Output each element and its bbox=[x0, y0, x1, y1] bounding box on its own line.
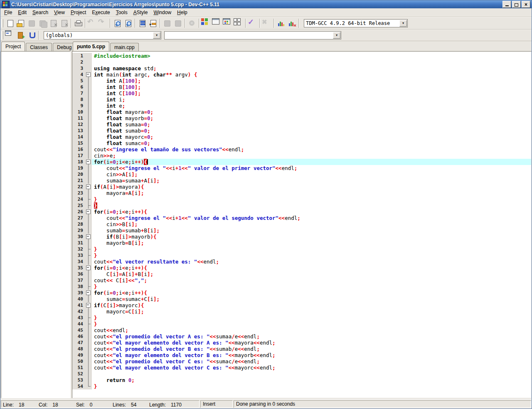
code-text[interactable]: mayora=A[i]; bbox=[92, 190, 531, 196]
code-text[interactable]: float sumac=0; bbox=[92, 140, 531, 146]
code-line-32[interactable]: 32} bbox=[72, 246, 531, 252]
code-text[interactable]: int e; bbox=[92, 103, 531, 109]
code-text[interactable]: int main(int argc, char** argv) { bbox=[92, 71, 531, 78]
code-line-12[interactable]: 12 float sumaa=0; bbox=[72, 121, 531, 128]
code-text[interactable]: C[i]=A[i]+B[i]; bbox=[92, 271, 531, 277]
code-text[interactable]: for(i=0;i<e;i++){ bbox=[92, 290, 531, 296]
code-text[interactable]: int C[100]; bbox=[92, 90, 531, 96]
code-text[interactable]: return 0; bbox=[92, 377, 531, 383]
code-text[interactable]: mayorc=C[i]; bbox=[92, 308, 531, 315]
members-select[interactable]: ▼ bbox=[164, 31, 341, 39]
code-line-23[interactable]: 23 mayora=A[i]; bbox=[72, 190, 531, 196]
code-line-10[interactable]: 10 float mayora=0; bbox=[72, 109, 531, 115]
code-text[interactable]: if(A[i]>mayora){ bbox=[92, 184, 531, 190]
code-line-31[interactable]: 31 mayorb=B[i]; bbox=[72, 240, 531, 246]
code-text[interactable]: } bbox=[92, 315, 531, 321]
compiler-select[interactable]: TDM-GCC 4.9.2 64-bit Release ▼ bbox=[304, 19, 408, 27]
code-text[interactable]: sumab=sumab+B[i]; bbox=[92, 227, 531, 234]
menu-astyle[interactable]: AStyle bbox=[131, 9, 151, 16]
code-text[interactable]: for(i=0;i<e;i++){ bbox=[92, 265, 531, 271]
code-line-51[interactable]: 51cout<<"el mayor elemento del vector C … bbox=[72, 365, 531, 371]
code-text[interactable]: cout<<"el mayor elemento del vector C es… bbox=[92, 365, 531, 371]
toggle-bookmark-button[interactable]: + bbox=[15, 30, 26, 40]
code-line-54[interactable]: 54} bbox=[72, 383, 531, 389]
code-line-41[interactable]: 41if(C[i]>mayorc){ bbox=[72, 302, 531, 308]
code-text[interactable] bbox=[92, 371, 531, 377]
menu-help[interactable]: Help bbox=[174, 9, 190, 16]
code-text[interactable]: cout<<"el promedio del vector B es: "<<s… bbox=[92, 346, 531, 352]
minimize-button[interactable] bbox=[502, 1, 511, 8]
fold-toggle-icon[interactable] bbox=[85, 302, 92, 308]
code-line-9[interactable]: 9 int e; bbox=[72, 103, 531, 109]
code-text[interactable]: #include<iostream> bbox=[92, 53, 531, 59]
find-button[interactable] bbox=[112, 18, 123, 28]
code-line-22[interactable]: 22if(A[i]>mayora){ bbox=[72, 184, 531, 190]
code-line-24[interactable]: 24} bbox=[72, 196, 531, 202]
compile-button[interactable] bbox=[201, 18, 212, 28]
code-line-33[interactable]: 33} bbox=[72, 252, 531, 259]
goto-line-button[interactable]: ▸ bbox=[148, 18, 158, 28]
code-line-40[interactable]: 40 sumac=sumac+C[i]; bbox=[72, 296, 531, 302]
menu-search[interactable]: Search bbox=[30, 9, 51, 16]
fold-toggle-icon[interactable] bbox=[85, 184, 92, 190]
insert-button[interactable] bbox=[5, 30, 15, 40]
run-button[interactable] bbox=[212, 18, 222, 28]
code-text[interactable]: cout<< C[i]<<","; bbox=[92, 277, 531, 283]
chevron-down-icon[interactable]: ▼ bbox=[333, 32, 340, 39]
code-line-35[interactable]: 35for(i=0;i<e;i++){ bbox=[72, 265, 531, 271]
code-text[interactable]: cout<<"el mayor elemento del vector A es… bbox=[92, 340, 531, 346]
code-line-6[interactable]: 6 int B[100]; bbox=[72, 84, 531, 90]
code-line-8[interactable]: 8 int i; bbox=[72, 96, 531, 103]
code-line-13[interactable]: 13 float sumab=0; bbox=[72, 128, 531, 134]
code-text[interactable]: for(i=0;i<e;i++){ bbox=[92, 159, 531, 165]
delete-profiling-button[interactable]: × bbox=[286, 18, 297, 28]
code-line-1[interactable]: 1#include<iostream> bbox=[72, 53, 531, 59]
code-text[interactable]: cout<<"ingrese el "<<i+1<<" valor de el … bbox=[92, 165, 531, 171]
menu-file[interactable]: File bbox=[1, 9, 15, 16]
code-line-44[interactable]: 44} bbox=[72, 321, 531, 327]
code-text[interactable]: cout<<"ingrese el tamaño de sus vectores… bbox=[92, 146, 531, 153]
code-line-3[interactable]: 3using namespace std; bbox=[72, 65, 531, 71]
code-text[interactable]: cout<<"ingrese el "<<i+1<<" valor de el … bbox=[92, 215, 531, 221]
close-button[interactable]: × bbox=[522, 1, 530, 8]
code-text[interactable]: float sumaa=0; bbox=[92, 121, 531, 128]
code-line-20[interactable]: 20 cin>>A[i]; bbox=[72, 171, 531, 177]
open-file-button[interactable] bbox=[15, 18, 26, 28]
chevron-down-icon[interactable]: ▼ bbox=[399, 20, 407, 27]
code-line-47[interactable]: 47cout<<"el mayor elemento del vector A … bbox=[72, 340, 531, 346]
code-line-14[interactable]: 14 float mayorc=0; bbox=[72, 134, 531, 140]
tab-classes[interactable]: Classes bbox=[26, 43, 52, 51]
code-line-27[interactable]: 27 cout<<"ingrese el "<<i+1<<" valor de … bbox=[72, 215, 531, 221]
project-browser-panel[interactable] bbox=[1, 51, 71, 398]
menu-edit[interactable]: Edit bbox=[15, 9, 30, 16]
fold-toggle-icon[interactable] bbox=[85, 265, 92, 271]
code-text[interactable]: } bbox=[92, 321, 531, 327]
code-text[interactable]: cout<<"el vector resultante es: "<<endl; bbox=[92, 259, 531, 265]
code-line-30[interactable]: 30 if(B[i]>mayorb){ bbox=[72, 234, 531, 240]
code-text[interactable]: sumac=sumac+C[i]; bbox=[92, 296, 531, 302]
code-line-42[interactable]: 42 mayorc=C[i]; bbox=[72, 308, 531, 315]
goto-bookmark-button[interactable] bbox=[26, 30, 37, 40]
fold-toggle-icon[interactable] bbox=[85, 159, 92, 165]
code-line-17[interactable]: 17cin>>e; bbox=[72, 153, 531, 159]
find-in-files-button[interactable] bbox=[123, 18, 133, 28]
code-line-43[interactable]: 43} bbox=[72, 315, 531, 321]
title-bar[interactable]: C:\Users\Cristian\Desktop\Programacion\E… bbox=[0, 0, 532, 8]
code-line-29[interactable]: 29 sumab=sumab+B[i]; bbox=[72, 227, 531, 234]
tab-main-cpp[interactable]: main.cpp bbox=[110, 43, 139, 51]
code-text[interactable]: for(i=0;i<e;i++){ bbox=[92, 209, 531, 215]
code-line-2[interactable]: 2 bbox=[72, 59, 531, 65]
menu-execute[interactable]: Execute bbox=[89, 9, 113, 16]
code-line-38[interactable]: 38} bbox=[72, 283, 531, 290]
menu-tools[interactable]: Tools bbox=[113, 9, 131, 16]
code-text[interactable] bbox=[92, 59, 531, 65]
code-line-45[interactable]: 45cout<<endl; bbox=[72, 327, 531, 333]
replace-button[interactable] bbox=[137, 18, 148, 28]
code-line-50[interactable]: 50cout<<"el promedio del vector C es: "<… bbox=[72, 358, 531, 365]
code-line-36[interactable]: 36 C[i]=A[i]+B[i]; bbox=[72, 271, 531, 277]
menu-window[interactable]: Window bbox=[150, 9, 174, 16]
code-line-19[interactable]: 19 cout<<"ingrese el "<<i+1<<" valor de … bbox=[72, 165, 531, 171]
code-line-28[interactable]: 28 cin>>B[i]; bbox=[72, 221, 531, 227]
code-line-39[interactable]: 39for(i=0;i<e;i++){ bbox=[72, 290, 531, 296]
code-text[interactable]: } bbox=[92, 252, 531, 259]
